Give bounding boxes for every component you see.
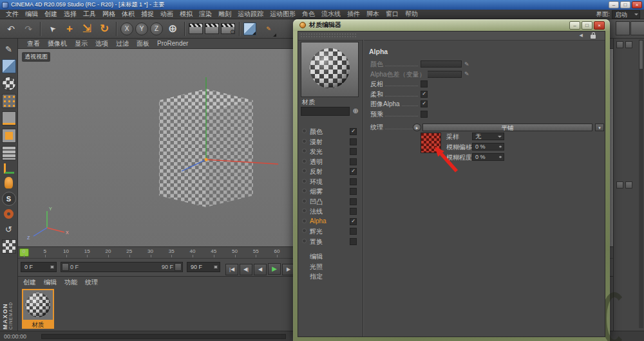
dialog-minimize-button[interactable]: – xyxy=(569,21,580,30)
menubar-item[interactable]: 角色 xyxy=(299,10,318,19)
back-arrow-icon[interactable]: ◀ xyxy=(580,33,583,38)
channel-checkbox[interactable]: ✓ xyxy=(350,128,357,135)
channel-row[interactable]: Alpha✓ xyxy=(299,217,362,226)
previous-frame-button[interactable]: ◀ xyxy=(254,264,267,275)
close-button[interactable]: × xyxy=(632,1,642,8)
menubar-item[interactable]: 运动图形 xyxy=(267,10,299,19)
material-manager-menu-item[interactable]: 创建 xyxy=(21,278,41,287)
menubar-item[interactable]: 工具 xyxy=(80,10,99,19)
dialog-titlebar[interactable]: 材质编辑器 – □ × xyxy=(293,19,610,31)
panel-icon[interactable] xyxy=(625,181,632,189)
texture-tag-icon[interactable] xyxy=(2,239,16,253)
globe-icon[interactable]: ⊕ xyxy=(351,106,360,115)
array-icon[interactable] xyxy=(2,146,16,160)
lock-z-axis-icon[interactable]: Z xyxy=(150,23,163,35)
panel-icon[interactable] xyxy=(625,41,632,48)
drag-grip-icon[interactable] xyxy=(300,33,357,39)
dialog-maximize-button[interactable]: □ xyxy=(582,21,592,30)
edit-pen-icon[interactable]: ✎ xyxy=(464,71,469,77)
minimize-button[interactable]: – xyxy=(609,1,619,8)
lock-x-axis-icon[interactable]: X xyxy=(120,23,133,35)
go-to-start-button[interactable]: |◀ xyxy=(225,264,238,275)
move-tool-icon[interactable]: + xyxy=(62,21,77,37)
channel-checkbox[interactable] xyxy=(350,158,357,165)
render-settings-icon[interactable] xyxy=(221,23,235,34)
model-mode-icon[interactable] xyxy=(2,77,16,91)
channel-extra-item[interactable]: 编辑 xyxy=(299,252,362,261)
menubar-item[interactable]: 文件 xyxy=(3,10,22,19)
viewport-menu-item[interactable]: 选项 xyxy=(91,39,112,48)
parameter-checkbox[interactable] xyxy=(421,111,428,118)
channel-row[interactable]: 凹凸 xyxy=(299,197,362,206)
panel-icon[interactable] xyxy=(616,41,623,48)
channel-checkbox[interactable] xyxy=(350,228,357,235)
redo-icon[interactable]: ↷ xyxy=(21,21,36,37)
menubar-item[interactable]: 流水线 xyxy=(318,10,344,19)
menubar-item[interactable]: 插件 xyxy=(344,10,363,19)
material-name-input[interactable] xyxy=(301,107,350,116)
menubar-item[interactable]: 渲染 xyxy=(196,10,215,19)
channel-row[interactable]: 烟雾 xyxy=(299,187,362,196)
channel-row[interactable]: 漫射 xyxy=(299,137,362,146)
channel-checkbox[interactable] xyxy=(350,188,357,195)
lock-icon[interactable] xyxy=(591,35,596,39)
torus-icon[interactable] xyxy=(4,209,14,219)
maximize-button[interactable]: □ xyxy=(620,1,630,8)
channel-checkbox[interactable] xyxy=(350,208,357,215)
edit-pen-icon[interactable]: ✎ xyxy=(464,61,469,68)
channel-row[interactable]: 法线 xyxy=(299,207,362,216)
menubar-item[interactable]: 帮助 xyxy=(402,10,421,19)
coordinate-system-icon[interactable]: ⊕ xyxy=(165,21,180,37)
menubar-item[interactable]: 雕刻 xyxy=(215,10,234,19)
channel-row[interactable]: 透明 xyxy=(299,157,362,166)
frame-range-slider[interactable]: 0 F 90 F xyxy=(61,262,183,272)
axis-mode-icon[interactable] xyxy=(4,163,14,174)
channel-row[interactable]: 环境 xyxy=(299,177,362,186)
tweak-mode-icon[interactable] xyxy=(5,177,13,189)
channel-checkbox[interactable] xyxy=(350,148,357,155)
material-manager-menu-item[interactable]: 纹理 xyxy=(82,278,103,287)
menubar-item[interactable]: 创建 xyxy=(41,10,61,19)
spline-pen-icon[interactable]: ✎ xyxy=(261,21,276,37)
point-mode-icon[interactable] xyxy=(2,94,16,108)
menubar-item[interactable]: 窗口 xyxy=(383,10,402,19)
channel-extra-item[interactable]: 指定 xyxy=(299,272,362,281)
menubar-item[interactable]: 运动跟踪 xyxy=(234,10,267,19)
channel-checkbox[interactable] xyxy=(350,178,357,185)
layout-icon[interactable] xyxy=(616,21,630,35)
edge-mode-icon[interactable] xyxy=(2,111,16,125)
material-name[interactable]: 材质 xyxy=(22,321,54,329)
menubar-item[interactable]: 体积 xyxy=(118,10,138,19)
menubar-item[interactable]: 模拟 xyxy=(176,10,196,19)
viewport-menu-item[interactable]: 摄像机 xyxy=(44,39,71,48)
interface-dropdown[interactable]: 启动 xyxy=(612,10,640,19)
channel-extra-item[interactable]: 光照 xyxy=(299,262,362,271)
undo-icon[interactable]: ↶ xyxy=(3,21,19,37)
make-editable-icon[interactable] xyxy=(2,59,16,73)
channel-checkbox[interactable] xyxy=(350,138,357,145)
scrollbar-thumb[interactable] xyxy=(639,40,643,69)
cloner-icon[interactable]: ↺ xyxy=(2,222,16,236)
current-frame-field[interactable]: 0 F xyxy=(21,262,57,272)
primitive-cube-icon[interactable] xyxy=(243,23,256,35)
channel-row[interactable]: 发光 xyxy=(299,147,362,156)
live-selection-icon[interactable]: ➤ xyxy=(41,18,63,40)
channel-row[interactable]: 置换 xyxy=(299,237,362,246)
value-spinner[interactable]: 0 % xyxy=(472,153,504,161)
channel-row[interactable]: 反射✓ xyxy=(299,167,362,176)
window-titlebar[interactable]: CINEMA 4D R20.059 Studio (RC - R20) - [未… xyxy=(0,0,644,10)
sampling-dropdown[interactable]: 无 xyxy=(472,133,504,140)
rotate-tool-icon[interactable]: ↻ xyxy=(97,21,112,37)
play-button[interactable]: ▶ xyxy=(268,263,281,275)
viewport-menu-item[interactable]: 面板 xyxy=(133,39,153,48)
channel-checkbox[interactable]: ✓ xyxy=(350,218,357,225)
menubar-item[interactable]: 选择 xyxy=(61,10,80,19)
channel-checkbox[interactable] xyxy=(350,238,357,245)
polygon-mode-icon[interactable] xyxy=(2,129,16,143)
menubar-item[interactable]: 捕捉 xyxy=(138,10,157,19)
parameter-checkbox[interactable]: ✓ xyxy=(421,91,428,98)
viewport-menu-item[interactable]: 查看 xyxy=(23,39,44,48)
color-swatch[interactable] xyxy=(421,60,462,68)
parameter-checkbox[interactable]: ✓ xyxy=(421,100,428,107)
dialog-close-button[interactable]: × xyxy=(594,21,605,30)
